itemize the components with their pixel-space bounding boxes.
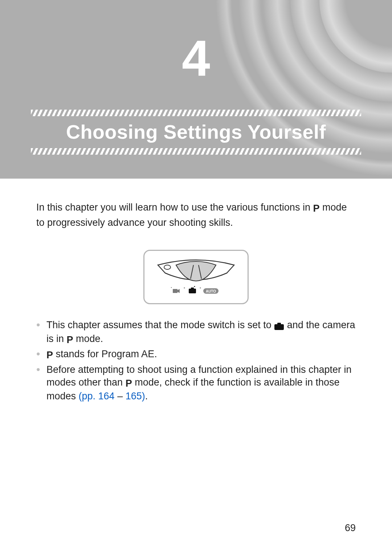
p-mode-icon: P	[46, 349, 53, 362]
page-number: 69	[345, 522, 356, 534]
chapter-title: Choosing Settings Yourself	[31, 121, 361, 143]
chapter-number: 4	[0, 29, 392, 88]
bullet-list: This chapter assumes that the mode switc…	[36, 319, 356, 403]
p-mode-icon: P	[313, 201, 319, 216]
svg-marker-4	[177, 289, 180, 293]
b3-period: .	[145, 391, 148, 402]
shutter-lens-illustration	[154, 258, 238, 284]
svg-point-11	[200, 288, 201, 289]
b1-text-1: This chapter assumes that the mode switc…	[46, 319, 274, 330]
svg-rect-8	[191, 288, 194, 289]
bullet-item-2: P stands for Program AE.	[36, 348, 356, 362]
divider-top	[31, 110, 361, 116]
b2-text: stands for Program AE.	[53, 349, 157, 359]
chapter-body: In this chapter you will learn how to us…	[0, 179, 392, 403]
p-mode-icon: P	[126, 377, 132, 390]
intro-paragraph: In this chapter you will learn how to us…	[36, 200, 356, 230]
svg-point-0	[164, 265, 171, 269]
svg-point-10	[194, 286, 195, 287]
chapter-header: 4 Choosing Settings Yourself	[0, 0, 392, 179]
auto-label: AUTO	[206, 289, 216, 293]
b1-text-3: mode.	[73, 333, 103, 344]
bullet-item-1: This chapter assumes that the mode switc…	[36, 319, 356, 346]
page-ref-dash: –	[115, 391, 126, 402]
svg-point-6	[184, 288, 185, 289]
svg-point-9	[191, 290, 194, 293]
intro-text-1: In this chapter you will learn how to us…	[36, 202, 313, 213]
mode-switch-icons: AUTO	[171, 286, 221, 296]
camera-icon	[274, 320, 284, 333]
svg-point-15	[277, 325, 281, 329]
bullet-item-3: Before attempting to shoot using a funct…	[36, 363, 356, 403]
page-reference-link-2[interactable]: 165)	[126, 391, 145, 402]
svg-rect-3	[173, 289, 177, 293]
p-mode-icon: P	[67, 334, 73, 346]
page-reference-link-1[interactable]: (pp. 164	[79, 391, 115, 402]
svg-point-5	[171, 287, 172, 288]
divider-bottom	[31, 148, 361, 155]
mode-switch-figure: AUTO	[143, 250, 249, 304]
svg-rect-14	[277, 323, 281, 325]
